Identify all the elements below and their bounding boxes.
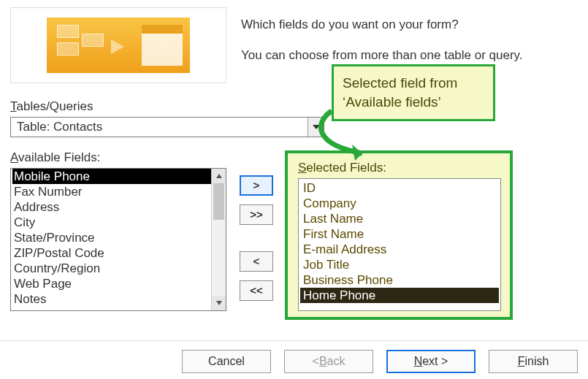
list-item[interactable]: ID (300, 180, 499, 196)
list-item[interactable]: Notes (12, 291, 211, 307)
callout-line2: ‘Available fields’ (343, 93, 484, 112)
selected-fields-label: Selected Fields: (298, 161, 501, 175)
list-item[interactable]: Job Title (300, 257, 499, 272)
next-button[interactable]: Next > (386, 350, 476, 373)
list-item[interactable]: E-mail Address (300, 242, 499, 257)
callout-annotation: Selected field from ‘Available fields’ (332, 64, 495, 121)
add-one-button[interactable]: > (240, 175, 273, 196)
finish-button[interactable]: Finish (489, 350, 578, 373)
combo-dropdown-button[interactable] (308, 118, 324, 137)
finish-rest: inish (524, 355, 549, 368)
back-button: < Back (284, 350, 373, 373)
wizard-question: Which fields do you want on your form? (241, 18, 578, 32)
scrollbar[interactable] (211, 169, 226, 310)
list-item[interactable]: Fax Number (12, 184, 211, 199)
chevron-up-icon (216, 174, 222, 178)
finish-accel: F (518, 355, 525, 368)
scroll-thumb[interactable] (213, 183, 224, 220)
back-accel: B (319, 355, 327, 368)
scroll-track[interactable] (212, 183, 226, 296)
next-accel: N (414, 355, 423, 368)
tables-queries-combo[interactable]: Table: Contacts (10, 117, 324, 137)
add-all-button[interactable]: >> (240, 204, 273, 225)
wizard-graphic-illustration (47, 18, 190, 73)
scroll-down-button[interactable] (212, 296, 226, 310)
tables-queries-value: Table: Contacts (11, 120, 308, 134)
cancel-button[interactable]: Cancel (182, 350, 271, 373)
remove-one-button[interactable]: < (240, 251, 273, 272)
list-item[interactable]: Business Phone (300, 272, 499, 288)
remove-all-button[interactable]: << (240, 280, 273, 301)
list-item[interactable]: Country/Region (12, 261, 211, 276)
wizard-footer: Cancel < Back Next > Finish (0, 340, 588, 373)
chevron-down-icon (313, 125, 320, 129)
next-rest: ext > (422, 355, 448, 368)
list-item[interactable]: Company (300, 196, 499, 211)
chevron-down-icon (216, 301, 222, 305)
list-item[interactable]: Mobile Phone (12, 169, 211, 184)
wizard-hint: You can choose from more than one table … (241, 48, 578, 63)
back-rest: ack (327, 355, 345, 368)
scroll-up-button[interactable] (212, 169, 226, 183)
list-item[interactable]: Address (12, 199, 211, 215)
list-item[interactable]: Last Name (300, 211, 499, 226)
available-fields-listbox[interactable]: Mobile PhoneFax NumberAddressCityState/P… (10, 168, 226, 311)
wizard-graphic (10, 7, 226, 83)
list-item[interactable]: ZIP/Postal Code (12, 245, 211, 261)
selected-fields-highlight: Selected Fields: IDCompanyLast NameFirst… (285, 150, 513, 320)
list-item[interactable]: First Name (300, 226, 499, 242)
list-item[interactable]: Home Phone (300, 288, 499, 303)
callout-line1: Selected field from (343, 74, 484, 93)
list-item[interactable]: State/Province (12, 230, 211, 245)
list-item[interactable]: City (12, 215, 211, 230)
back-prefix: < (313, 355, 319, 368)
list-item[interactable]: Web Page (12, 276, 211, 291)
available-fields-label: Available Fields: (10, 150, 226, 165)
selected-fields-listbox[interactable]: IDCompanyLast NameFirst NameE-mail Addre… (298, 178, 501, 311)
